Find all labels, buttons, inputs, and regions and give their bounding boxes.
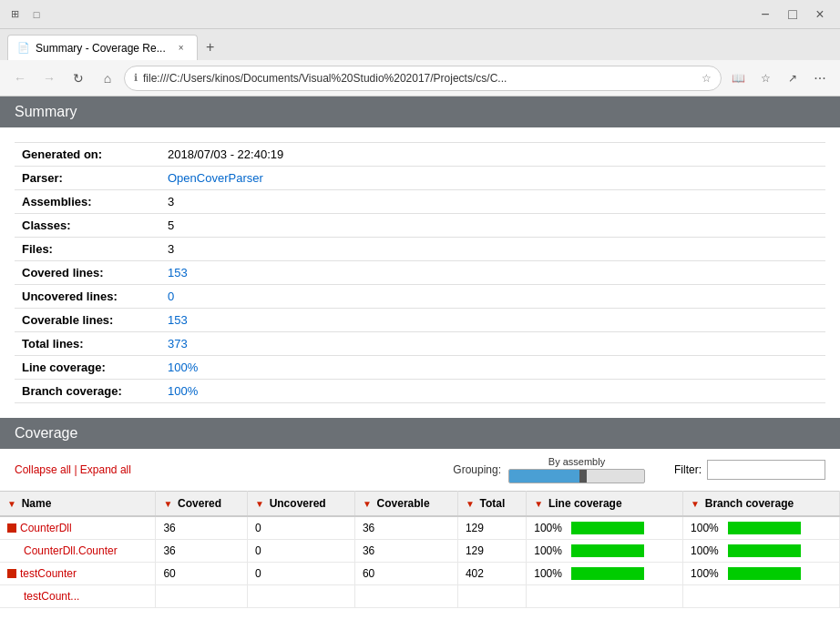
summary-row: Parser:OpenCoverParser	[15, 167, 825, 190]
coverage-row: testCounter60060402100%100%	[0, 563, 840, 585]
col-header-name[interactable]: ▼ Name	[0, 492, 156, 517]
uncovered-cell	[247, 585, 354, 608]
col-header-line_coverage[interactable]: ▼ Line coverage	[527, 492, 683, 517]
summary-row-label: Coverable lines:	[15, 309, 160, 332]
sort-arrow-branch_coverage: ▼	[691, 499, 702, 509]
name-cell: testCount...	[0, 585, 156, 608]
coverage-heading: Coverage	[15, 425, 77, 441]
sort-arrow-name: ▼	[7, 499, 19, 509]
covered-cell: 60	[156, 563, 248, 585]
summary-row-label: Files:	[15, 238, 160, 261]
summary-row-value: 2018/07/03 - 22:40:19	[160, 143, 825, 167]
address-secure-icon: ℹ	[134, 72, 138, 84]
summary-row-value: 153	[160, 309, 825, 332]
summary-row-label: Assemblies:	[15, 190, 160, 214]
minimize-button[interactable]: −	[753, 2, 778, 27]
collapse-all-link[interactable]: Collapse all	[15, 463, 71, 476]
tab-favicon: 📄	[17, 42, 30, 54]
col-header-branch_coverage[interactable]: ▼ Branch coverage	[683, 492, 840, 517]
summary-row-value: 5	[160, 214, 825, 238]
summary-row-value[interactable]: OpenCoverParser	[160, 167, 825, 190]
summary-row: Generated on:2018/07/03 - 22:40:19	[15, 143, 825, 167]
collapse-expand-controls: Collapse all | Expand all	[15, 463, 131, 476]
coverage-controls: Collapse all | Expand all Grouping: By a…	[0, 449, 840, 491]
name-cell: testCounter	[0, 563, 156, 585]
summary-row-label: Line coverage:	[15, 356, 160, 380]
favorites-button[interactable]: ☆	[753, 66, 778, 91]
more-button[interactable]: ···	[807, 66, 833, 91]
grouping-area: Grouping: By assembly	[453, 456, 645, 483]
title-bar: ⊞ □ − □ ×	[0, 0, 840, 29]
forward-button[interactable]: →	[36, 66, 62, 91]
active-tab[interactable]: 📄 Summary - Coverage Re... ×	[7, 35, 198, 60]
sort-arrow-line_coverage: ▼	[534, 499, 546, 509]
col-header-uncovered[interactable]: ▼ Uncovered	[247, 492, 354, 517]
sort-arrow-total: ▼	[466, 499, 477, 509]
sort-arrow-covered: ▼	[163, 499, 175, 509]
branch-progress-bar	[728, 567, 801, 580]
summary-row-label: Parser:	[15, 167, 160, 190]
grouping-slider[interactable]	[508, 469, 645, 483]
grouping-slider-fill	[509, 470, 583, 483]
summary-row-value: 373	[160, 332, 825, 356]
line-coverage-cell: 100%	[527, 563, 683, 585]
name-link[interactable]: testCount...	[24, 590, 79, 603]
name-link[interactable]: CounterDll.Counter	[24, 544, 118, 557]
address-bar[interactable]: ℹ file:///C:/Users/kinos/Documents/Visua…	[124, 66, 722, 91]
row-indicator	[7, 523, 16, 533]
window-icons: ⊞ □	[7, 7, 44, 22]
filter-label: Filter:	[674, 463, 702, 476]
coverage-section-header: Coverage	[0, 418, 840, 449]
summary-row: Line coverage:100%	[15, 356, 825, 380]
summary-section-header: Summary	[0, 97, 840, 127]
grouping-label: Grouping:	[453, 463, 501, 476]
tab-close-button[interactable]: ×	[175, 42, 188, 55]
filter-input[interactable]	[707, 460, 825, 480]
line-coverage-cell: 100%	[527, 516, 683, 540]
expand-all-link[interactable]: Expand all	[80, 463, 131, 476]
new-tab-button[interactable]: +	[198, 35, 223, 60]
col-header-covered[interactable]: ▼ Covered	[156, 492, 248, 517]
line-progress-bar	[571, 567, 644, 580]
line-progress-bar	[571, 544, 644, 557]
line-coverage-cell	[527, 585, 683, 608]
maximize-button[interactable]: □	[780, 2, 805, 27]
coverage-row: CounterDll.Counter36036129100%100%	[0, 540, 840, 563]
summary-row-label: Generated on:	[15, 143, 160, 167]
coverable-cell: 36	[354, 516, 457, 540]
nav-actions: 📖 ☆ ↗ ···	[725, 66, 833, 91]
reading-view-button[interactable]: 📖	[725, 66, 751, 91]
address-text: file:///C:/Users/kinos/Documents/Visual%…	[143, 72, 696, 85]
name-cell: CounterDll	[0, 516, 156, 540]
sort-arrow-coverable: ▼	[363, 499, 374, 509]
summary-row-value: 100%	[160, 380, 825, 403]
summary-row-label: Covered lines:	[15, 261, 160, 285]
name-link[interactable]: testCounter	[20, 567, 77, 580]
total-cell: 129	[457, 540, 526, 563]
branch-coverage-cell: 100%	[683, 516, 840, 540]
refresh-button[interactable]: ↻	[66, 66, 91, 91]
summary-row: Classes:5	[15, 214, 825, 238]
name-cell: CounterDll.Counter	[0, 540, 156, 563]
close-button[interactable]: ×	[807, 2, 833, 27]
col-header-total[interactable]: ▼ Total	[457, 492, 526, 517]
grouping-title: By assembly	[548, 456, 605, 467]
coverage-row: CounterDll36036129100%100%	[0, 516, 840, 540]
coverable-cell: 60	[354, 563, 457, 585]
address-bookmark-icon: ☆	[702, 72, 712, 85]
page-content: Summary Generated on:2018/07/03 - 22:40:…	[0, 97, 840, 630]
coverage-table: ▼ Name▼ Covered▼ Uncovered▼ Coverable▼ T…	[0, 491, 840, 608]
coverable-cell: 36	[354, 540, 457, 563]
home-button[interactable]: ⌂	[95, 66, 120, 91]
line-coverage-cell: 100%	[527, 540, 683, 563]
name-link[interactable]: CounterDll	[20, 522, 72, 534]
tab-icon: □	[29, 7, 44, 22]
branch-coverage-cell: 100%	[683, 563, 840, 585]
share-button[interactable]: ↗	[780, 66, 805, 91]
summary-row: Uncovered lines:0	[15, 285, 825, 309]
grouping-slider-handle[interactable]	[579, 470, 587, 483]
back-button[interactable]: ←	[7, 66, 33, 91]
branch-progress-bar	[728, 544, 801, 557]
col-header-coverable[interactable]: ▼ Coverable	[354, 492, 457, 517]
sort-arrow-uncovered: ▼	[255, 499, 267, 509]
